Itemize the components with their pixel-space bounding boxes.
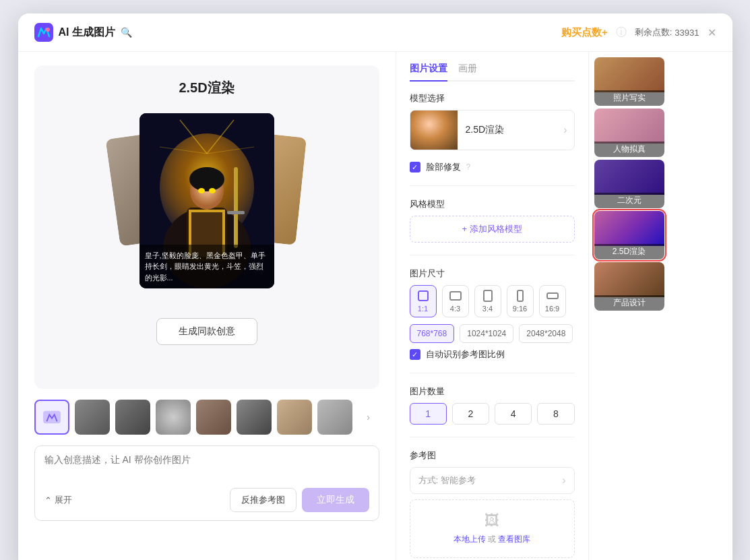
- expand-btn[interactable]: ⌃ 展开: [44, 494, 72, 506]
- model-thumbnail: [410, 111, 458, 150]
- header-right: 购买点数+ ⓘ 剩余点数: 33931 ✕: [561, 26, 716, 40]
- ratio-btn-4-3[interactable]: 4:3: [442, 285, 469, 317]
- image-stack: 皇子,坚毅的脸庞、黑金色盔甲、单手持长剑，眼睛发出黄光，斗笠，强烈的光影...: [113, 106, 301, 309]
- model-section-label: 模型选择: [410, 92, 575, 104]
- generate-btn[interactable]: 立即生成: [302, 488, 369, 512]
- qty-btn-1[interactable]: 1: [410, 403, 447, 425]
- svg-rect-22: [418, 291, 428, 301]
- thumb-1[interactable]: [75, 400, 110, 435]
- style-section-label: 风格模型: [410, 198, 575, 210]
- quantity-section-label: 图片数量: [410, 385, 575, 398]
- model-selector[interactable]: 2.5D渲染 ›: [410, 110, 575, 150]
- gallery-item-photo[interactable]: 照片写实: [594, 57, 664, 106]
- svg-rect-21: [43, 411, 61, 423]
- reverse-btn[interactable]: 反推参考图: [230, 488, 296, 512]
- main-image-card: 皇子,坚毅的脸庞、黑金色盔甲、单手持长剑，眼睛发出黄光，斗笠，强烈的光影...: [139, 113, 274, 288]
- divider-3: [410, 373, 575, 373]
- size-ratio-row: 1:1 4:3 3:4: [410, 285, 575, 317]
- svg-point-12: [198, 188, 205, 193]
- app-window: AI 生成图片 🔍 购买点数+ ⓘ 剩余点数: 33931 ✕ 2.5D渲染: [18, 13, 732, 560]
- close-button[interactable]: ✕: [708, 26, 716, 39]
- ref-method-label: 方式: 智能参考: [418, 474, 476, 487]
- canvas-title: 2.5D渲染: [179, 79, 234, 97]
- left-panel: 2.5D渲染: [18, 52, 396, 560]
- divider-2: [410, 255, 575, 255]
- thumb-4[interactable]: [196, 400, 231, 435]
- remaining-points: 剩余点数: 33931: [635, 26, 699, 38]
- thumb-logo[interactable]: [34, 400, 69, 435]
- gallery-item-product[interactable]: 产品设计: [594, 262, 664, 311]
- add-style-btn[interactable]: + 添加风格模型: [410, 216, 575, 243]
- svg-rect-25: [518, 290, 523, 301]
- svg-point-11: [189, 167, 224, 191]
- size-px-1024[interactable]: 1024*1024: [460, 324, 513, 343]
- gallery-item-2-5d[interactable]: 2.5D渲染: [594, 211, 664, 259]
- thumb-5[interactable]: [237, 400, 272, 435]
- upload-links: 本地上传 或 查看图库: [454, 534, 531, 545]
- quantity-row: 1 2 4 8: [410, 403, 575, 425]
- qty-btn-8[interactable]: 8: [537, 403, 574, 425]
- thumb-7[interactable]: [317, 400, 352, 435]
- ratio-btn-16-9[interactable]: 16:9: [539, 285, 566, 317]
- image-caption: 皇子,坚毅的脸庞、黑金色盔甲、单手持长剑，眼睛发出黄光，斗笠，强烈的光影...: [139, 245, 274, 289]
- ref-method-row[interactable]: 方式: 智能参考 ›: [410, 467, 575, 494]
- ref-section: 参考图 方式: 智能参考 › 🖼 本地上传 或 查看图库: [410, 449, 575, 558]
- input-area: ⌃ 展开 反推参考图 立即生成: [34, 445, 379, 521]
- tab-album[interactable]: 画册: [458, 63, 477, 80]
- qty-btn-4[interactable]: 4: [495, 403, 532, 425]
- size-px-2048[interactable]: 2048*2048: [519, 324, 573, 343]
- quantity-section: 图片数量 1 2 4 8: [410, 385, 575, 425]
- svg-rect-14: [234, 167, 238, 248]
- size-px-768[interactable]: 768*768: [410, 324, 455, 343]
- model-section: 模型选择 2.5D渲染 ›: [410, 92, 575, 150]
- model-name: 2.5D渲染: [458, 124, 564, 136]
- thumb-more: ›: [358, 400, 379, 435]
- size-section-label: 图片尺寸: [410, 268, 575, 280]
- svg-rect-26: [547, 293, 558, 299]
- help-icon[interactable]: ?: [466, 162, 471, 172]
- upload-icon: 🖼: [485, 512, 499, 530]
- thumb-2[interactable]: [115, 400, 150, 435]
- svg-rect-15: [227, 211, 245, 214]
- size-px-row: 768*768 1024*1024 2048*2048: [410, 324, 575, 343]
- prompt-input[interactable]: [44, 454, 369, 478]
- qty-btn-2[interactable]: 2: [452, 403, 489, 425]
- buy-points-btn[interactable]: 购买点数+: [561, 26, 608, 39]
- tab-settings[interactable]: 图片设置: [410, 63, 447, 82]
- auto-ratio-checkbox[interactable]: [410, 349, 420, 360]
- thumbnail-strip: ›: [34, 400, 379, 435]
- auto-ratio-label: 自动识别参考图比例: [426, 348, 505, 361]
- face-repair-label: 脸部修复: [426, 161, 461, 173]
- input-actions: ⌃ 展开 反推参考图 立即生成: [44, 488, 369, 512]
- model-arrow-icon: ›: [563, 124, 573, 136]
- svg-rect-24: [484, 290, 492, 301]
- ref-arrow-icon: ›: [562, 474, 565, 487]
- auto-ratio-row: 自动识别参考图比例: [410, 348, 575, 361]
- model-gallery: 照片写实 人物拟真 二次元 2.5D渲染 产品设计: [588, 52, 669, 560]
- thumb-6[interactable]: [277, 400, 312, 435]
- gallery-item-anime[interactable]: 二次元: [594, 160, 664, 208]
- upload-local-link[interactable]: 本地上传: [454, 534, 486, 544]
- ratio-btn-9-16[interactable]: 9:16: [507, 285, 534, 317]
- ratio-btn-3-4[interactable]: 3:4: [474, 285, 501, 317]
- face-repair-checkbox[interactable]: [410, 162, 420, 173]
- ref-section-label: 参考图: [410, 449, 575, 462]
- settings-panel: 图片设置 画册 模型选择 2.5D渲染 › 脸部修复 ?: [396, 52, 588, 560]
- logo-icon: [34, 23, 53, 42]
- svg-point-1: [46, 28, 50, 32]
- svg-point-13: [209, 188, 216, 193]
- gallery-item-portrait[interactable]: 人物拟真: [594, 108, 664, 157]
- divider-1: [410, 185, 575, 186]
- canvas-area: 2.5D渲染: [34, 65, 379, 389]
- view-library-link[interactable]: 查看图库: [498, 534, 530, 544]
- divider-4: [410, 437, 575, 437]
- ratio-btn-1-1[interactable]: 1:1: [410, 285, 437, 317]
- search-icon[interactable]: 🔍: [121, 27, 132, 38]
- app-title: AI 生成图片: [59, 26, 115, 40]
- style-section: 风格模型 + 添加风格模型: [410, 198, 575, 243]
- tabs-row: 图片设置 画册: [410, 63, 575, 82]
- svg-rect-9: [189, 210, 225, 212]
- upload-area[interactable]: 🖼 本地上传 或 查看图库: [410, 499, 575, 558]
- thumb-3[interactable]: [156, 400, 191, 435]
- generate-same-btn[interactable]: 生成同款创意: [156, 318, 257, 345]
